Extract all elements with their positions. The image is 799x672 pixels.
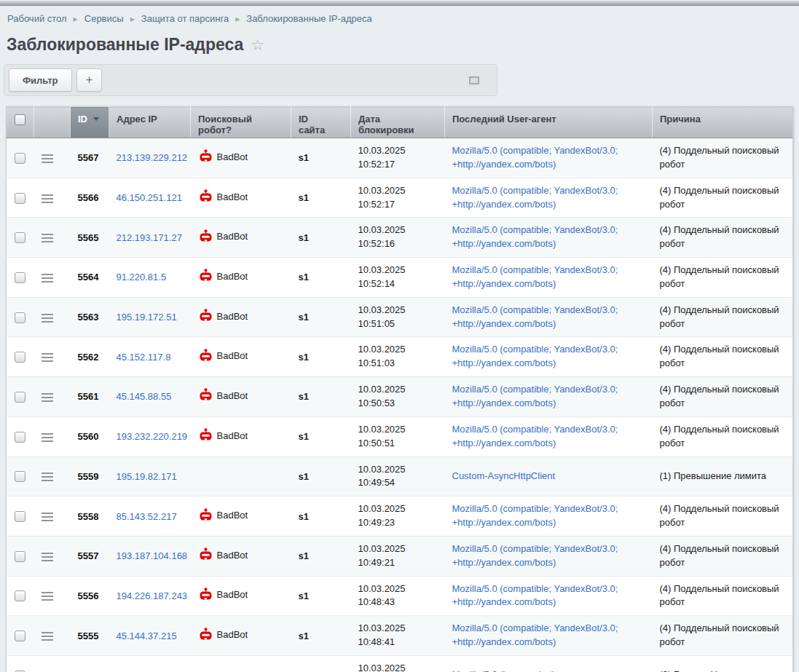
column-header-reason[interactable]: Причина	[653, 107, 793, 138]
ip-cell: 45.144.37.215	[109, 616, 191, 656]
breadcrumb-blocked-ips[interactable]: Заблокированные IP-адреса	[246, 13, 371, 24]
row-menu-icon[interactable]	[42, 357, 53, 358]
row-id: 5565	[78, 232, 99, 243]
user-agent-link[interactable]: Mozilla/5.0 (compatible; YandexBot/3.0; …	[452, 304, 618, 329]
user-agent-link[interactable]: Mozilla/5.0 (compatible; YandexBot/3.0; …	[452, 503, 618, 528]
ip-link[interactable]: 45.145.88.55	[117, 391, 172, 402]
row-checkbox[interactable]	[15, 272, 25, 283]
breadcrumb-parsing-protection[interactable]: Защита от парсинга	[141, 13, 229, 24]
breadcrumb-arrow-icon: ▶	[235, 16, 240, 23]
column-header-ua[interactable]: Последний User-агент	[445, 107, 653, 138]
ip-link[interactable]: 91.220.81.5	[117, 272, 167, 282]
user-agent-link[interactable]: Mozilla/5.0 (compatible; YandexBot/3.0; …	[452, 264, 618, 289]
breadcrumb-arrow-icon: ▶	[130, 16, 135, 23]
ip-link[interactable]: 85.143.52.217	[117, 511, 177, 522]
badbot-indicator: BadBot	[198, 428, 248, 443]
column-header-date[interactable]: Дата блокировки	[351, 107, 445, 138]
row-checkbox-cell	[7, 536, 34, 576]
ip-link[interactable]: 212.193.171.27	[117, 232, 182, 243]
badbot-indicator: BadBot	[198, 309, 248, 323]
row-checkbox[interactable]	[15, 193, 25, 204]
filter-button[interactable]: Фильтр	[9, 68, 72, 92]
reason-cell: (4) Поддельный поисковый робот	[653, 497, 793, 537]
table-row: 5566 46.150.251.121 BadBot s1 10.03.2025…	[7, 178, 793, 218]
blocked-ips-table: ID Адрес IP Поисковый робот? ID сайта Да…	[6, 106, 793, 672]
user-agent-link[interactable]: Mozilla/5.0 (compatible; YandexBot/3.0; …	[452, 384, 618, 408]
row-menu-icon[interactable]	[42, 437, 53, 438]
ip-link[interactable]: 193.232.220.219	[117, 431, 188, 442]
block-time: 10:52:16	[358, 237, 438, 251]
row-menu-cell	[34, 456, 71, 497]
row-checkbox[interactable]	[15, 631, 25, 641]
block-date-cell: 10.03.2025 10:50:53	[351, 377, 445, 417]
row-menu-cell	[34, 377, 71, 417]
add-button[interactable]: +	[76, 68, 103, 92]
row-checkbox[interactable]	[15, 471, 25, 482]
row-menu-icon[interactable]	[42, 317, 53, 319]
site-id: s1	[299, 192, 309, 203]
row-menu-icon[interactable]	[42, 158, 53, 159]
row-menu-icon[interactable]	[42, 476, 53, 478]
ip-link[interactable]: 45.144.37.215	[117, 631, 177, 641]
row-menu-icon[interactable]	[42, 556, 53, 558]
user-agent-link[interactable]: Mozilla/5.0 (compatible; YandexBot/3.0; …	[452, 224, 618, 249]
ip-link[interactable]: 195.19.82.171	[117, 471, 177, 482]
ip-cell: 195.19.172.51	[109, 297, 191, 337]
row-checkbox-cell	[7, 616, 34, 656]
user-agent-link[interactable]: Mozilla/5.0 (compatible; YandexBot/3.0; …	[452, 424, 618, 448]
row-menu-icon[interactable]	[42, 516, 53, 518]
reason-text: (4) Поддельный поисковый робот	[660, 145, 779, 170]
ip-link[interactable]: 213.139.229.212	[117, 152, 188, 163]
column-header-id[interactable]: ID	[71, 107, 109, 138]
user-agent-link[interactable]: Mozilla/5.0 (compatible; YandexBot/3.0; …	[452, 145, 618, 170]
column-header-site[interactable]: ID сайта	[291, 107, 351, 138]
row-menu-icon[interactable]	[42, 596, 53, 597]
user-agent-link[interactable]: Mozilla/5.0 (compatible; YandexBot/3.0; …	[452, 543, 618, 568]
row-checkbox[interactable]	[15, 153, 25, 164]
site-id-cell: s1	[291, 138, 351, 178]
breadcrumb-desktop[interactable]: Рабочий стол	[7, 13, 67, 24]
user-agent-link[interactable]: Mozilla/5.0 (compatible; YandexBot/3.0; …	[452, 622, 618, 647]
ip-link[interactable]: 46.150.251.121	[117, 192, 182, 203]
badbot-icon	[198, 628, 213, 642]
user-agent-cell: Mozilla/5.0 (compatible; YandexBot/3.0; …	[445, 297, 653, 337]
column-header-robot[interactable]: Поисковый робот?	[191, 107, 291, 138]
column-header-ip[interactable]: Адрес IP	[109, 107, 191, 138]
user-agent-link[interactable]: Mozilla/5.0 (compatible; YandexBot/3.0; …	[452, 583, 618, 608]
row-checkbox[interactable]	[15, 352, 25, 363]
row-checkbox[interactable]	[15, 392, 25, 403]
badbot-icon	[198, 588, 213, 602]
ip-link[interactable]: 45.152.117.8	[117, 352, 171, 363]
robot-cell: BadBot	[191, 297, 291, 337]
user-agent-link[interactable]: Mozilla/5.0 (compatible; YandexBot/3.0; …	[452, 185, 618, 210]
table-row: 5564 91.220.81.5 BadBot s1 10.03.2025 10…	[7, 258, 793, 298]
badbot-indicator: BadBot	[198, 149, 248, 164]
breadcrumb-services[interactable]: Сервисы	[84, 13, 124, 24]
robot-cell	[191, 456, 291, 497]
block-date: 10.03.2025	[358, 184, 438, 198]
site-id: s1	[299, 631, 309, 641]
ip-link[interactable]: 194.226.187.243	[117, 590, 188, 601]
ip-link[interactable]: 193.187.104.168	[117, 550, 188, 561]
badbot-icon	[198, 428, 213, 443]
row-menu-icon[interactable]	[42, 397, 53, 398]
row-checkbox[interactable]	[15, 312, 25, 323]
user-agent-link[interactable]: Mozilla/5.0 (keys-so-bot)	[452, 669, 556, 672]
row-checkbox[interactable]	[15, 232, 25, 243]
ip-link[interactable]: 195.19.172.51	[117, 312, 177, 323]
row-menu-icon[interactable]	[42, 198, 53, 199]
grid-settings-icon[interactable]	[469, 76, 479, 84]
row-checkbox-cell	[7, 258, 34, 298]
row-menu-icon[interactable]	[42, 636, 53, 637]
user-agent-link[interactable]: Custom-AsyncHttpClient	[452, 470, 556, 481]
row-checkbox[interactable]	[15, 432, 25, 443]
row-checkbox[interactable]	[15, 551, 25, 562]
row-menu-icon[interactable]	[42, 277, 53, 279]
row-checkbox[interactable]	[15, 590, 25, 601]
breadcrumb: Рабочий стол▶Сервисы▶Защита от парсинга▶…	[7, 13, 799, 24]
user-agent-link[interactable]: Mozilla/5.0 (compatible; YandexBot/3.0; …	[452, 344, 618, 368]
favorite-star-icon[interactable]: ☆	[251, 37, 264, 52]
row-checkbox[interactable]	[15, 511, 25, 522]
row-menu-icon[interactable]	[42, 237, 53, 239]
select-all-checkbox[interactable]	[15, 114, 25, 125]
